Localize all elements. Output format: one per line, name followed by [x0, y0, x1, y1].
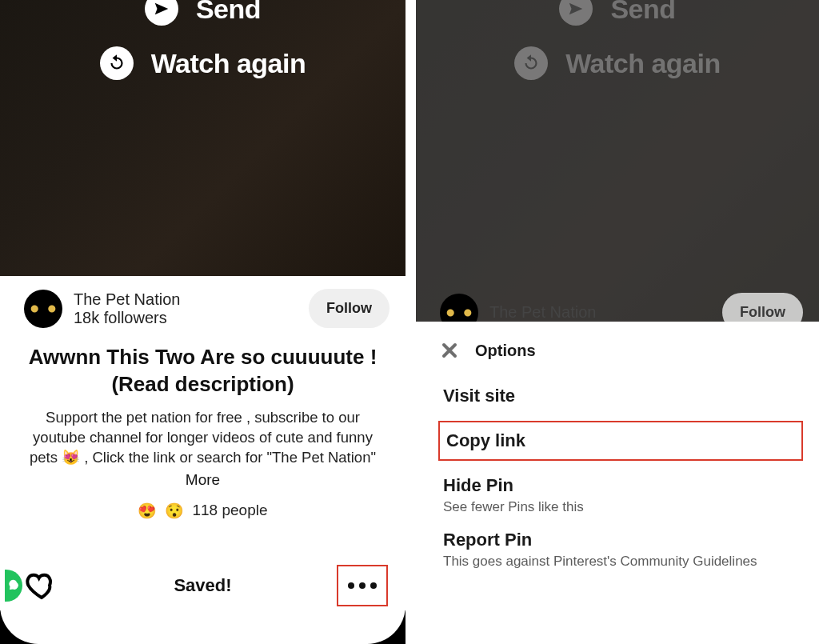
creator-name: The Pet Nation [489, 303, 596, 322]
bottom-bar: Saved! [0, 556, 406, 644]
reactions-count: 118 people [192, 502, 267, 519]
option-label: Report Pin [443, 530, 805, 550]
creator-name[interactable]: The Pet Nation [74, 290, 180, 309]
option-label: Visit site [443, 386, 805, 406]
watch-again-label: Watch again [151, 48, 306, 79]
reactions-row[interactable]: 😍 😯 118 people [0, 498, 406, 534]
heart-eyes-emoji: 😍 [138, 502, 157, 520]
saved-label: Saved! [0, 575, 406, 596]
options-sheet: Options Visit site Copy link Hide Pin Se… [416, 322, 819, 644]
option-subtext: This goes against Pinterest's Community … [443, 554, 805, 570]
option-label: Copy link [446, 430, 795, 451]
option-subtext: See fewer Pins like this [443, 499, 805, 515]
follow-button[interactable]: Follow [309, 289, 390, 328]
replay-icon [100, 46, 134, 80]
send-label: Send [196, 0, 261, 25]
pin-title: Awwnn This Two Are so cuuuuute ! (Read d… [0, 334, 406, 403]
option-report-pin[interactable]: Report Pin This goes against Pinterest's… [443, 530, 805, 570]
creator-row: The Pet Nation 18k followers Follow [0, 276, 406, 334]
creator-followers: 18k followers [74, 309, 180, 327]
options-sheet-screen: Send Watch again The Pet Nation Follow [416, 0, 819, 644]
sheet-title: Options [475, 342, 536, 360]
pin-detail-screen: Send Watch again The Pet Nation 18k foll… [0, 0, 406, 644]
avatar[interactable] [24, 290, 62, 328]
option-hide-pin[interactable]: Hide Pin See fewer Pins like this [443, 475, 805, 515]
watch-again-row[interactable]: Watch again [0, 46, 406, 80]
send-icon [145, 0, 178, 26]
option-visit-site[interactable]: Visit site [443, 386, 805, 406]
close-icon[interactable] [438, 339, 461, 362]
send-row[interactable]: Send [0, 0, 406, 26]
hushed-emoji: 😯 [165, 502, 184, 520]
video-area[interactable]: Send Watch again [0, 0, 406, 276]
pin-description: Support the pet nation for free , subscr… [0, 403, 406, 470]
option-copy-link-highlight: Copy link [438, 421, 803, 461]
option-copy-link[interactable]: Copy link [446, 430, 795, 451]
more-link[interactable]: More [0, 470, 406, 498]
option-label: Hide Pin [443, 475, 805, 496]
